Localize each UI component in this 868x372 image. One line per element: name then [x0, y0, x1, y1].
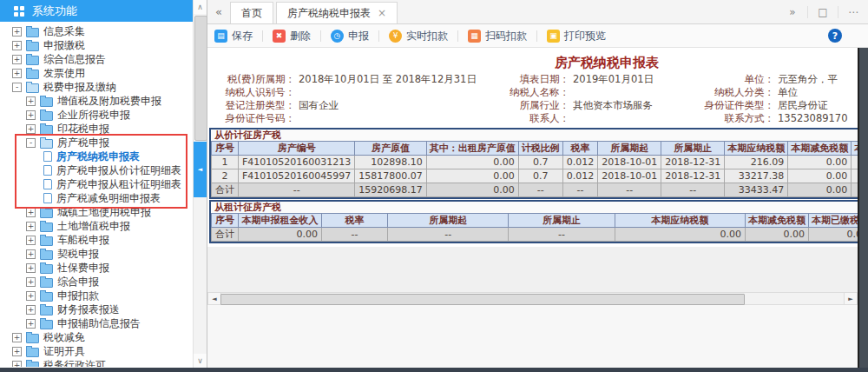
tab-active[interactable]: 房产税纳税申报表×: [276, 2, 398, 23]
table-header-row: 序号房产编号房产原值其中：出租房产原值计税比例税率所属期起所属期止本期应纳税额本…: [212, 142, 858, 156]
column-header: 房产编号: [239, 142, 355, 156]
expand-right-icon[interactable]: »: [778, 6, 807, 18]
tab-home[interactable]: 首页: [230, 2, 273, 23]
sidebar-item[interactable]: +发票使用: [0, 66, 193, 80]
expand-plus-icon[interactable]: +: [26, 208, 36, 217]
sidebar-scrollbar-thumb[interactable]: [194, 16, 207, 141]
table-cell: 0.012: [562, 156, 598, 169]
declare-button[interactable]: ◷申报: [331, 29, 369, 43]
horizontal-scrollbar[interactable]: ◄ ►: [207, 292, 858, 305]
sidebar-scrollbar[interactable]: ∧ ◄ ∨: [193, 0, 207, 368]
expand-plus-icon[interactable]: +: [26, 277, 36, 287]
field-value: 2019年01月01日: [573, 73, 684, 86]
sidebar-item[interactable]: +企业所得税申报: [0, 108, 193, 122]
folder-icon: [26, 348, 39, 357]
sidebar-item[interactable]: -房产税申报: [0, 136, 193, 149]
sidebar-header[interactable]: 系统功能: [0, 0, 193, 22]
save-button[interactable]: ▤保存: [214, 29, 253, 43]
hscroll-left-icon[interactable]: ◄: [208, 293, 221, 304]
data-table: 序号本期申报租金收入税率所属期起所属期止本期应纳税额本期减免税额本期已缴税额合计…: [211, 213, 858, 242]
collapse-minus-icon[interactable]: -: [26, 138, 36, 148]
print-preview-button[interactable]: ▣打印预览: [547, 29, 606, 43]
table-total-row: 合计0.00------0.000.000.00: [212, 228, 858, 242]
sidebar-item[interactable]: +申报辅助信息报告: [0, 316, 193, 330]
sidebar-item[interactable]: +车船税申报: [0, 233, 193, 247]
expand-plus-icon[interactable]: +: [12, 27, 22, 37]
sidebar-item[interactable]: 房产税减免明细申报表: [0, 191, 193, 205]
collapse-minus-icon[interactable]: -: [12, 83, 22, 92]
sidebar-item[interactable]: 房产税申报从租计征明细表: [0, 177, 193, 191]
expand-plus-icon[interactable]: +: [12, 41, 22, 50]
expand-plus-icon[interactable]: +: [26, 263, 36, 273]
expand-plus-icon[interactable]: +: [26, 110, 36, 120]
sidebar-item[interactable]: -税费申报及缴纳: [0, 80, 193, 94]
table-cell: 102898.10: [355, 156, 426, 169]
expand-plus-icon[interactable]: +: [12, 333, 22, 342]
expand-plus-icon[interactable]: +: [26, 124, 36, 134]
sidebar-item[interactable]: +社保费申报: [0, 261, 193, 275]
scroll-down-icon[interactable]: ∨: [194, 354, 207, 368]
sidebar-item[interactable]: +税务行政许可: [0, 358, 193, 367]
panel-collapse-handle[interactable]: ◄: [194, 142, 207, 197]
tabbar-collapse-icon[interactable]: «: [207, 5, 230, 18]
expand-plus-icon[interactable]: +: [12, 69, 22, 78]
expand-plus-icon[interactable]: +: [26, 319, 36, 329]
toolbar: ▤保存✖删除◷申报¥实时扣款▦扫码扣款▣打印预览: [207, 24, 868, 48]
column-header: 本期应纳税额: [725, 142, 788, 156]
delete-button[interactable]: ✖删除: [273, 29, 311, 43]
expand-plus-icon[interactable]: +: [26, 291, 36, 301]
sidebar-item[interactable]: +申报缴税: [0, 38, 193, 52]
column-header: 所属期起: [598, 142, 661, 156]
sidebar-item-label: 企业所得税申报: [57, 108, 130, 123]
expand-plus-icon[interactable]: +: [12, 347, 22, 356]
close-icon[interactable]: ×: [378, 7, 386, 19]
tax-form: 房产税纳税申报表 税(费)所属期：2018年10月01日 至 2018年12月3…: [207, 48, 858, 247]
expand-plus-icon[interactable]: +: [26, 222, 36, 231]
expand-plus-icon[interactable]: +: [26, 305, 36, 315]
sidebar-item[interactable]: 房产税申报从价计征明细表: [0, 163, 193, 177]
sidebar-item[interactable]: +土地增值税申报: [0, 219, 193, 233]
expand-plus-icon[interactable]: +: [12, 361, 22, 368]
help-icon[interactable]: ?: [828, 29, 842, 43]
more-icon[interactable]: ⋯: [838, 6, 868, 18]
sidebar-item[interactable]: +信息采集: [0, 24, 193, 38]
table-row[interactable]: 2F4101052016004599715817800.070.000.70.0…: [212, 169, 858, 183]
sidebar-item[interactable]: +申报扣款: [0, 289, 193, 302]
sidebar-item[interactable]: +财务报表报送: [0, 302, 193, 316]
folder-icon: [40, 264, 53, 274]
table-row[interactable]: 1F41010520160031213102898.100.000.70.012…: [212, 156, 858, 169]
expand-plus-icon[interactable]: +: [26, 249, 36, 259]
expand-plus-icon[interactable]: +: [26, 236, 36, 245]
sidebar-item[interactable]: +印花税申报: [0, 122, 193, 136]
hscroll-thumb[interactable]: [220, 294, 745, 305]
scan-deduct-button[interactable]: ▦扫码扣款: [468, 29, 527, 43]
sidebar-item[interactable]: +增值税及附加税费申报: [0, 94, 193, 108]
sidebar-item[interactable]: +综合信息报告: [0, 52, 193, 66]
sidebar-item[interactable]: +综合申报: [0, 275, 193, 289]
folder-icon: [26, 28, 39, 37]
hscroll-right-icon[interactable]: ►: [844, 293, 857, 304]
expand-plus-icon[interactable]: +: [12, 55, 22, 64]
field-value: 2018年10月01日 至 2018年12月31日: [299, 73, 501, 86]
maximize-icon[interactable]: □: [807, 6, 838, 18]
sidebar-item[interactable]: +证明开具: [0, 344, 193, 358]
folder-icon: [40, 306, 53, 316]
expand-plus-icon[interactable]: +: [26, 96, 36, 106]
scroll-up-icon[interactable]: ∧: [194, 0, 207, 14]
field-value: [573, 86, 684, 99]
sidebar-item-label: 车船税申报: [57, 233, 109, 248]
field-label: 联系方式：: [684, 112, 778, 125]
sidebar-item[interactable]: +城镇土地使用税申报: [0, 205, 193, 219]
toolbar-button-label: 扫码扣款: [485, 29, 527, 43]
sidebar-item[interactable]: +税收减免: [0, 330, 193, 344]
field-label: 所属行业：: [501, 99, 573, 112]
table-cell: 合计: [212, 228, 239, 242]
sidebar-item[interactable]: +契税申报: [0, 247, 193, 261]
realtime-deduct-button[interactable]: ¥实时扣款: [389, 29, 448, 43]
field-value: 居民身份证: [778, 99, 858, 112]
sidebar-item[interactable]: 房产税纳税申报表: [0, 149, 193, 163]
sidebar-item-label: 税收减免: [43, 330, 85, 345]
sidebar-item-label: 财务报表报送: [57, 302, 120, 317]
table-cell: 0.00: [788, 156, 852, 169]
table-cell: --: [598, 183, 661, 197]
